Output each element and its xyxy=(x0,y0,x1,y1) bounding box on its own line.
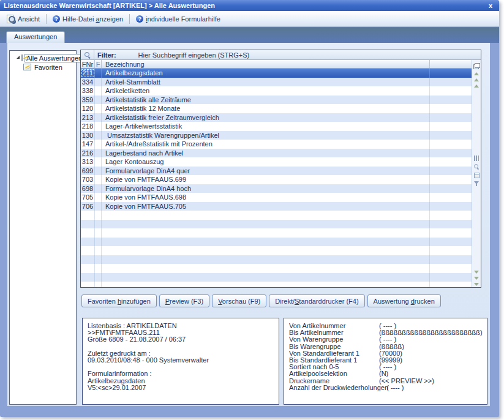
column-header-f[interactable]: F xyxy=(95,60,102,68)
table-row[interactable]: 216 Lagerbestand nach Artikel xyxy=(81,149,472,158)
cell-bezeichnung: Lager Kontoauszug xyxy=(102,157,430,167)
cell-empty xyxy=(430,157,472,167)
info-line: V5:<sc>29.01.2007 xyxy=(88,384,274,391)
cell-empty xyxy=(430,193,472,202)
scroll-down-icon[interactable] xyxy=(474,277,479,280)
cell-empty xyxy=(430,96,472,105)
table-row[interactable] xyxy=(81,220,472,229)
report-icon[interactable] xyxy=(474,173,480,178)
cell-fnr xyxy=(81,246,95,255)
cell-f xyxy=(95,202,102,211)
cell-fnr: 705 xyxy=(81,193,95,202)
scroll-up-icon[interactable] xyxy=(474,78,479,81)
cell-empty xyxy=(430,104,472,113)
cell-f xyxy=(95,282,102,287)
selection-value: ( ---- ) xyxy=(379,336,396,343)
list-tool-strip xyxy=(472,60,481,287)
zoom-icon[interactable] xyxy=(474,164,480,170)
result-grid: FNr F Bezeichnung 211 Artikelbezugsdaten xyxy=(81,60,472,287)
column-header-bezeichnung[interactable]: Bezeichnung xyxy=(102,60,430,68)
cell-empty xyxy=(430,228,472,238)
strip-mid-cluster xyxy=(472,156,481,184)
table-row[interactable]: 699 Formularvorlage DinA4 quer xyxy=(81,167,472,176)
row-down-icon[interactable] xyxy=(474,271,479,274)
cell-bezeichnung: Kopie von FMTFAAUS.698 xyxy=(102,193,430,202)
close-icon[interactable]: x xyxy=(486,2,495,9)
cell-bezeichnung xyxy=(102,255,430,264)
filter-search-input[interactable]: Hier Suchbegriff eingeben (STRG+S) xyxy=(138,51,250,59)
formularhilfe-button[interactable]: individuelle Formularhilfe xyxy=(132,14,224,24)
cell-empty xyxy=(430,202,472,211)
cell-bezeichnung: Artikelstatistik freier Zeitraumvergleic… xyxy=(102,113,430,122)
action-button[interactable]: Vorschau (F9) xyxy=(212,294,266,307)
table-row[interactable] xyxy=(81,246,472,255)
selection-value: (N) xyxy=(379,370,388,377)
table-row[interactable]: 698 Formularvorlage DinA4 hoch xyxy=(81,184,472,193)
cell-fnr xyxy=(81,255,95,264)
help-icon xyxy=(53,15,60,23)
table-row[interactable]: 211 Artikelbezugsdaten xyxy=(81,69,472,78)
table-row[interactable]: 130 Umsatzstatistik Warengruppen/Artikel xyxy=(81,131,472,140)
table-row[interactable]: 334 Artikel-Stammblatt xyxy=(81,78,472,87)
cell-f xyxy=(95,104,102,113)
cell-fnr: 334 xyxy=(81,78,95,87)
scroll-top-icon[interactable] xyxy=(474,72,479,75)
cell-f xyxy=(95,228,102,238)
column-header-fnr[interactable]: FNr xyxy=(81,60,95,68)
table-row[interactable] xyxy=(81,264,472,273)
cell-empty xyxy=(430,131,472,140)
cell-empty xyxy=(430,246,472,255)
cell-f xyxy=(95,140,102,149)
cell-f xyxy=(95,211,102,220)
action-button[interactable]: Direkt/Standarddrucker (F4) xyxy=(269,294,364,307)
table-row[interactable] xyxy=(81,211,472,220)
table-row[interactable] xyxy=(81,273,472,282)
form-pencil-icon xyxy=(23,64,31,70)
table-row[interactable]: 706 Kopie von FMTFAAUS.705 xyxy=(81,202,472,211)
table-row[interactable]: 147 Artikel-/Adreßstatistik mit Prozente… xyxy=(81,140,472,149)
cell-f xyxy=(95,273,102,282)
cell-f xyxy=(95,193,102,202)
table-row[interactable] xyxy=(81,238,472,247)
action-button[interactable]: Auswertung drucken xyxy=(367,294,441,307)
selection-info-panel: Von Artikelnummer ( ---- ) Bis Artikelnu… xyxy=(284,318,487,405)
table-row[interactable] xyxy=(81,228,472,238)
selection-label: Von Warengruppe xyxy=(289,336,379,343)
columns-icon[interactable] xyxy=(474,156,480,161)
cell-fnr xyxy=(81,238,95,247)
tab-auswertungen[interactable]: Auswertungen xyxy=(6,31,65,43)
tree-item-alle-auswertungen[interactable]: Alle Auswertungen xyxy=(10,53,75,62)
action-button[interactable]: Favoriten hinzufügen xyxy=(81,294,157,307)
column-chooser-icon[interactable] xyxy=(473,63,480,69)
cell-empty xyxy=(430,140,472,149)
tree-expander-icon[interactable] xyxy=(17,56,20,59)
table-row[interactable]: 359 Artikelstatistik alle Zeiträume xyxy=(81,96,472,105)
table-row[interactable] xyxy=(81,282,472,287)
table-row[interactable]: 213 Artikelstatistik freier Zeitraumverg… xyxy=(81,113,472,122)
action-button[interactable]: Preview (F3) xyxy=(159,294,209,307)
table-row[interactable]: 338 Artikeletiketten xyxy=(81,86,472,96)
table-row[interactable]: 313 Lager Kontoauszug xyxy=(81,157,472,167)
filter-funnel-icon[interactable] xyxy=(474,181,479,184)
filter-search-button[interactable] xyxy=(81,50,94,59)
cell-bezeichnung xyxy=(102,264,430,273)
cell-fnr: 130 xyxy=(81,131,95,140)
cell-bezeichnung xyxy=(102,273,430,282)
cell-f xyxy=(95,246,102,255)
table-row[interactable]: 218 Lager-Artikelwertsstatistik xyxy=(81,122,472,131)
tree-item-favoriten[interactable]: Favoriten xyxy=(10,62,75,72)
scroll-bottom-icon[interactable] xyxy=(474,283,479,286)
table-row[interactable] xyxy=(81,255,472,264)
cell-f xyxy=(95,167,102,176)
hilfe-datei-button[interactable]: Hilfe-Datei anzeigen xyxy=(49,14,127,24)
table-row[interactable]: 705 Kopie von FMTFAAUS.698 xyxy=(81,193,472,202)
table-row[interactable]: 120 Artikelstatistik 12 Monate xyxy=(81,104,472,113)
row-up-icon[interactable] xyxy=(474,84,479,88)
table-row[interactable]: 703 Kopie von FMTFAAUS.699 xyxy=(81,175,472,184)
cell-empty xyxy=(430,113,472,122)
ansicht-button[interactable]: Ansicht xyxy=(2,13,43,24)
cell-empty xyxy=(430,149,472,158)
cell-fnr: 147 xyxy=(81,140,95,149)
strip-bottom-cluster xyxy=(472,271,481,286)
toolbar-separator xyxy=(129,14,130,24)
